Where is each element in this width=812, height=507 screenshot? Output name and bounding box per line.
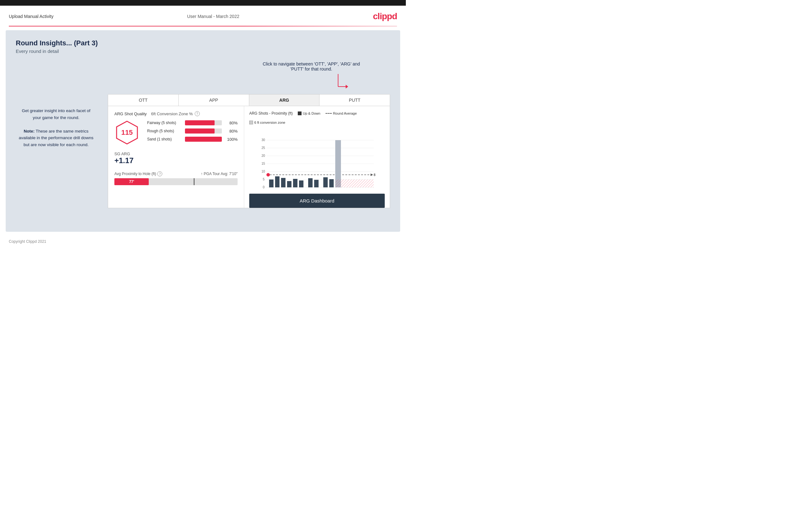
avg-arrow: [370, 173, 373, 176]
nav-hint-area: Click to navigate between 'OTT', 'APP', …: [108, 61, 390, 92]
svg-text:10: 10: [261, 170, 265, 173]
proximity-bar-fill: 77': [114, 178, 149, 185]
card-body: ARG Shot Quality 6ft Conversion Zone % ?…: [108, 106, 390, 208]
hatch-zone: [336, 179, 374, 187]
proximity-bar-label: 77': [129, 179, 134, 184]
shot-pct-1: 80%: [225, 129, 238, 133]
tab-ott[interactable]: OTT: [108, 95, 179, 106]
chart-area: 0 5 10 15 20 25 30: [249, 127, 385, 191]
top-bar: [0, 0, 406, 6]
bar-1: [269, 179, 273, 187]
desc-text1: Get greater insight into each facet of y…: [18, 108, 93, 147]
tab-app[interactable]: APP: [179, 95, 249, 106]
shot-rows: Fairway (5 shots) 80% Rough (5 shots) 80…: [147, 120, 238, 145]
shot-pct-2: 100%: [225, 137, 238, 142]
legend-round-avg: Round Average: [325, 111, 357, 115]
shot-bar-2: [185, 137, 222, 142]
proximity-label: Avg Proximity to Hole (ft): [114, 172, 156, 176]
shot-bar-fill-1: [185, 128, 215, 133]
right-panel: Click to navigate between 'OTT', 'APP', …: [108, 61, 390, 208]
hexagon-value: 115: [121, 128, 133, 137]
shot-row-1: Rough (5 shots) 80%: [147, 128, 238, 133]
shot-bar-fill-2: [185, 137, 222, 142]
tab-putt[interactable]: PUTT: [319, 95, 390, 106]
svg-marker-2: [346, 85, 348, 89]
bar-5: [293, 179, 297, 187]
description-text: Get greater insight into each facet of y…: [18, 107, 94, 148]
shot-row-2: Sand (1 shots) 100%: [147, 137, 238, 142]
bar-9: [323, 177, 328, 187]
sg-label: SG ARG: [114, 152, 238, 156]
chart-svg: 0 5 10 15 20 25 30: [249, 127, 385, 190]
legend-6ft: 6 ft conversion zone: [249, 121, 285, 124]
legend-6ft-icon: [249, 121, 253, 124]
shot-label-2: Sand (1 shots): [147, 137, 182, 142]
chart-title-label: ARG Shots - Proximity (ft): [249, 111, 293, 116]
svg-text:8: 8: [374, 173, 375, 177]
svg-text:30: 30: [261, 138, 265, 142]
hexagon: 115: [114, 120, 140, 145]
card-section-title: ARG Shot Quality 6ft Conversion Zone % ?: [114, 111, 238, 116]
bar-3: [281, 178, 286, 187]
help-icon[interactable]: ?: [195, 111, 200, 116]
proximity-section: Avg Proximity to Hole (ft) ? ↑ PGA Tour …: [114, 171, 238, 185]
shot-label-0: Fairway (5 shots): [147, 121, 182, 125]
proximity-help-icon[interactable]: ?: [157, 171, 162, 176]
card-right: ARG Shots - Proximity (ft) Up & Down Rou…: [244, 106, 390, 208]
nav-hint-text: Click to navigate between 'OTT', 'APP', …: [258, 61, 365, 71]
legend-up-down: Up & Down: [298, 111, 320, 115]
bar-tall-hatch: [335, 179, 341, 187]
arrow-annotation: [332, 73, 349, 92]
tabs-row: OTT APP ARG PUTT: [108, 94, 390, 106]
bar-2: [275, 176, 280, 187]
note-label: Note:: [23, 129, 35, 133]
svg-text:15: 15: [261, 162, 265, 165]
arg-dashboard-button[interactable]: ARG Dashboard: [249, 194, 385, 208]
shot-label-1: Rough (5 shots): [147, 129, 182, 133]
shot-row-0: Fairway (5 shots) 80%: [147, 120, 238, 125]
page-title: Round Insights... (Part 3): [16, 39, 390, 47]
sg-value: +1.17: [114, 156, 238, 165]
page-subtitle: Every round in detail: [16, 49, 390, 54]
tab-arg[interactable]: ARG: [249, 95, 320, 106]
cursor-line: [194, 178, 194, 185]
legend-square-icon: [298, 111, 302, 115]
chart-header: ARG Shots - Proximity (ft) Up & Down Rou…: [249, 111, 385, 124]
main-content: Round Insights... (Part 3) Every round i…: [6, 30, 400, 232]
sg-area: SG ARG +1.17: [114, 152, 238, 165]
proximity-header: Avg Proximity to Hole (ft) ? ↑ PGA Tour …: [114, 171, 238, 176]
bar-6: [299, 180, 303, 187]
shot-bar-1: [185, 128, 222, 133]
shot-bar-0: [185, 120, 222, 125]
header-left: Upload Manual Activity: [9, 14, 54, 19]
shot-pct-0: 80%: [225, 121, 238, 125]
footer: Copyright Clippd 2021: [0, 235, 406, 247]
svg-text:0: 0: [263, 185, 265, 189]
logo: clippd: [373, 11, 397, 21]
header: Upload Manual Activity User Manual - Mar…: [0, 6, 406, 26]
bar-8: [314, 180, 318, 187]
shot-bar-fill-0: [185, 120, 215, 125]
hexagon-area: 115 Fairway (5 shots) 80% Rough (5 shots…: [114, 120, 238, 145]
bar-7: [308, 178, 313, 187]
bar-10: [329, 179, 334, 187]
pga-avg: ↑ PGA Tour Avg: 7'10": [201, 172, 238, 176]
svg-text:20: 20: [261, 154, 265, 158]
avg-circle: [266, 173, 270, 176]
header-divider: [9, 26, 397, 26]
proximity-bar-wrap: 77': [114, 178, 238, 185]
card-left: ARG Shot Quality 6ft Conversion Zone % ?…: [108, 106, 244, 208]
svg-text:25: 25: [261, 146, 265, 150]
bar-4: [287, 181, 292, 187]
legend-dashed-icon: [325, 113, 332, 114]
header-center: User Manual - March 2022: [187, 14, 240, 19]
svg-text:5: 5: [263, 178, 265, 181]
